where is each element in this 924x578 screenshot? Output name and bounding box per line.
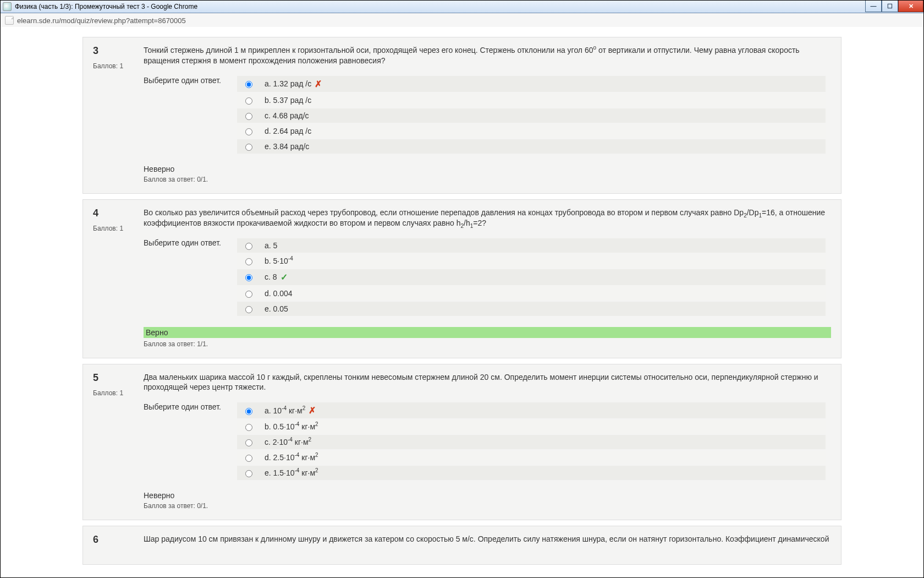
answer-radio[interactable]: [245, 291, 252, 298]
window-title: Физика (часть 1/3): Промежуточный тест 3…: [15, 3, 197, 10]
answer-option[interactable]: c. 8✓: [237, 269, 826, 285]
answer-label: b. 5·10-4: [265, 257, 293, 265]
answer-label: e. 3.84 рад/с: [265, 142, 309, 151]
score-text: Баллов за ответ: 1/1.: [144, 340, 831, 348]
wrong-icon: ✗: [309, 405, 316, 416]
answer-option[interactable]: a. 1.32 рад /с✗: [237, 76, 826, 92]
answer-radio[interactable]: [245, 306, 252, 313]
feedback-text: Верно: [144, 327, 831, 338]
window-titlebar: Физика (часть 1/3): Промежуточный тест 3…: [1, 1, 923, 13]
answer-label: e. 1.5·10-4 кг·м2: [265, 468, 318, 477]
answer-option[interactable]: d. 2.64 рад /с: [237, 124, 826, 138]
question-card: 4Баллов: 1Во сколько раз увеличится объе…: [82, 199, 842, 358]
answer-option[interactable]: c. 4.68 рад/с: [237, 108, 826, 123]
maximize-button[interactable]: ☐: [882, 1, 898, 12]
question-text: Шар радиусом 10 см привязан к длинному ш…: [144, 534, 831, 544]
answer-radio[interactable]: [245, 408, 252, 415]
answer-label: a. 1.32 рад /с: [265, 79, 311, 88]
quiz-page: 3Баллов: 1Тонкий стержень длиной 1 м при…: [78, 27, 846, 575]
answer-label: d. 2.5·10-4 кг·м2: [265, 453, 318, 462]
answer-radio[interactable]: [245, 144, 252, 151]
question-number: 5: [93, 372, 138, 384]
question-number: 4: [93, 208, 138, 219]
answer-label: b. 0.5·10-4 кг·м2: [265, 422, 318, 431]
question-card: 5Баллов: 1Два маленьких шарика массой 10…: [82, 364, 842, 521]
answer-option[interactable]: a. 5: [237, 238, 826, 253]
favicon-icon: [3, 2, 12, 11]
answer-label: c. 4.68 рад/с: [265, 111, 309, 120]
answer-option[interactable]: b. 5·10-4: [237, 254, 826, 268]
answer-radio[interactable]: [245, 243, 252, 250]
window-buttons: — ☐ ✕: [865, 1, 923, 13]
answer-radio[interactable]: [245, 113, 252, 120]
answer-option[interactable]: e. 3.84 рад/с: [237, 139, 826, 154]
answer-label: b. 5.37 рад /с: [265, 96, 311, 105]
answer-option[interactable]: c. 2·10-4 кг·м2: [237, 435, 826, 449]
answer-label: d. 0.004: [265, 289, 293, 298]
close-button[interactable]: ✕: [898, 1, 923, 12]
answer-prompt: Выберите один ответ.: [144, 402, 237, 411]
answer-option[interactable]: e. 0.05: [237, 302, 826, 316]
answer-label: a. 10-4 кг·м2: [265, 406, 305, 415]
answer-label: c. 2·10-4 кг·м2: [265, 438, 311, 446]
check-icon: ✓: [280, 272, 288, 282]
question-grade: Баллов: 1: [93, 389, 138, 397]
answer-label: c. 8: [265, 272, 277, 281]
answer-label: a. 5: [265, 241, 277, 250]
question-number: 6: [93, 534, 138, 546]
url-text[interactable]: elearn.sde.ru/mod/quiz/review.php?attemp…: [17, 17, 186, 25]
answer-radio[interactable]: [245, 81, 252, 88]
question-number: 3: [93, 45, 138, 57]
answer-option[interactable]: d. 0.004: [237, 286, 826, 301]
answer-radio[interactable]: [245, 424, 252, 431]
answer-list: a. 5b. 5·10-4c. 8✓d. 0.004e. 0.05: [237, 238, 826, 317]
feedback-text: Неверно: [144, 491, 831, 500]
question-grade: Баллов: 1: [93, 62, 138, 70]
score-text: Баллов за ответ: 0/1.: [144, 502, 831, 510]
answer-radio[interactable]: [245, 97, 252, 105]
question-card: 6Шар радиусом 10 см привязан к длинному …: [82, 526, 842, 565]
address-bar: elearn.sde.ru/mod/quiz/review.php?attemp…: [1, 13, 923, 28]
answer-option[interactable]: e. 1.5·10-4 кг·м2: [237, 466, 826, 480]
wrong-icon: ✗: [315, 79, 322, 89]
answer-radio[interactable]: [245, 274, 252, 281]
answer-prompt: Выберите один ответ.: [144, 76, 237, 85]
feedback-text: Неверно: [144, 165, 831, 173]
answer-radio[interactable]: [245, 258, 252, 265]
answer-radio[interactable]: [245, 439, 252, 446]
answer-option[interactable]: b. 0.5·10-4 кг·м2: [237, 419, 826, 434]
answer-list: a. 10-4 кг·м2✗b. 0.5·10-4 кг·м2c. 2·10-4…: [237, 402, 826, 481]
answer-label: e. 0.05: [265, 304, 288, 313]
answer-label: d. 2.64 рад /с: [265, 127, 311, 135]
page-viewport[interactable]: 3Баллов: 1Тонкий стержень длиной 1 м при…: [1, 27, 923, 577]
question-card: 3Баллов: 1Тонкий стержень длиной 1 м при…: [82, 37, 842, 194]
page-icon: [5, 16, 14, 25]
question-text: Тонкий стержень длиной 1 м прикреплен к …: [144, 45, 831, 66]
answer-radio[interactable]: [245, 128, 252, 135]
score-text: Баллов за ответ: 0/1.: [144, 176, 831, 183]
browser-window: Физика (часть 1/3): Промежуточный тест 3…: [0, 0, 924, 578]
question-text: Во сколько раз увеличится объемный расхо…: [144, 208, 831, 228]
question-grade: Баллов: 1: [93, 225, 138, 232]
answer-prompt: Выберите один ответ.: [144, 238, 237, 247]
answer-radio[interactable]: [245, 455, 252, 462]
answer-radio[interactable]: [245, 470, 252, 477]
answer-option[interactable]: b. 5.37 рад /с: [237, 93, 826, 107]
question-text: Два маленьких шарика массой 10 г каждый,…: [144, 372, 831, 393]
minimize-button[interactable]: —: [865, 1, 882, 12]
answer-option[interactable]: d. 2.5·10-4 кг·м2: [237, 450, 826, 465]
answer-list: a. 1.32 рад /с✗b. 5.37 рад /сc. 4.68 рад…: [237, 76, 826, 155]
answer-option[interactable]: a. 10-4 кг·м2✗: [237, 402, 826, 418]
